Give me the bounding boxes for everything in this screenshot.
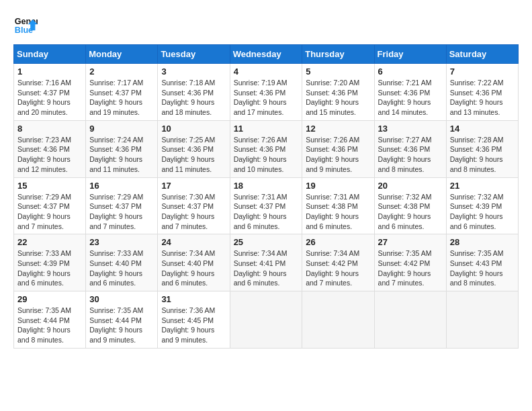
day-number: 28 — [450, 237, 515, 247]
day-number: 29 — [17, 294, 82, 304]
day-info: Sunrise: 7:34 AMSunset: 4:40 PMDaylight:… — [161, 248, 226, 288]
day-cell-2: 2Sunrise: 7:17 AMSunset: 4:37 PMDaylight… — [86, 64, 158, 121]
day-info: Sunrise: 7:35 AMSunset: 4:43 PMDaylight:… — [450, 248, 515, 288]
header-monday: Monday — [86, 45, 158, 64]
day-number: 9 — [89, 124, 154, 134]
day-number: 2 — [89, 66, 154, 77]
day-cell-29: 29Sunrise: 7:35 AMSunset: 4:44 PMDayligh… — [14, 291, 86, 349]
day-info: Sunrise: 7:35 AMSunset: 4:42 PMDaylight:… — [378, 248, 443, 288]
header-sunday: Sunday — [14, 45, 86, 64]
day-cell-17: 17Sunrise: 7:30 AMSunset: 4:37 PMDayligh… — [158, 177, 230, 234]
day-number: 23 — [89, 237, 154, 247]
day-info: Sunrise: 7:34 AMSunset: 4:42 PMDaylight:… — [306, 248, 370, 288]
svg-text:Blue: Blue — [15, 26, 33, 35]
day-number: 4 — [234, 66, 299, 77]
day-cell-28: 28Sunrise: 7:35 AMSunset: 4:43 PMDayligh… — [446, 234, 518, 291]
day-info: Sunrise: 7:31 AMSunset: 4:38 PMDaylight:… — [306, 192, 370, 232]
day-cell-26: 26Sunrise: 7:34 AMSunset: 4:42 PMDayligh… — [302, 234, 374, 291]
day-number: 25 — [234, 237, 299, 247]
day-info: Sunrise: 7:32 AMSunset: 4:39 PMDaylight:… — [450, 192, 515, 232]
header-friday: Friday — [374, 45, 446, 64]
day-number: 13 — [378, 124, 443, 134]
day-info: Sunrise: 7:16 AMSunset: 4:37 PMDaylight:… — [17, 78, 82, 118]
day-cell-19: 19Sunrise: 7:31 AMSunset: 4:38 PMDayligh… — [302, 177, 374, 234]
day-cell-3: 3Sunrise: 7:18 AMSunset: 4:36 PMDaylight… — [158, 64, 230, 121]
day-cell-22: 22Sunrise: 7:33 AMSunset: 4:39 PMDayligh… — [14, 234, 86, 291]
day-info: Sunrise: 7:25 AMSunset: 4:36 PMDaylight:… — [161, 135, 226, 175]
header-wednesday: Wednesday — [230, 45, 302, 64]
day-info: Sunrise: 7:29 AMSunset: 4:37 PMDaylight:… — [89, 192, 154, 232]
day-cell-30: 30Sunrise: 7:35 AMSunset: 4:44 PMDayligh… — [86, 291, 158, 349]
day-cell-12: 12Sunrise: 7:26 AMSunset: 4:36 PMDayligh… — [302, 120, 374, 177]
day-number: 21 — [450, 181, 515, 191]
day-cell-6: 6Sunrise: 7:21 AMSunset: 4:36 PMDaylight… — [374, 64, 446, 121]
day-cell-15: 15Sunrise: 7:29 AMSunset: 4:37 PMDayligh… — [14, 177, 86, 234]
day-number: 20 — [378, 181, 443, 191]
day-info: Sunrise: 7:36 AMSunset: 4:45 PMDaylight:… — [161, 306, 226, 345]
empty-cell — [446, 291, 518, 349]
day-info: Sunrise: 7:26 AMSunset: 4:36 PMDaylight:… — [234, 135, 299, 175]
week-row-4: 22Sunrise: 7:33 AMSunset: 4:39 PMDayligh… — [14, 234, 519, 291]
day-info: Sunrise: 7:21 AMSunset: 4:36 PMDaylight:… — [378, 78, 443, 118]
day-info: Sunrise: 7:23 AMSunset: 4:36 PMDaylight:… — [17, 135, 82, 175]
day-number: 31 — [161, 294, 226, 304]
empty-cell — [302, 291, 374, 349]
day-number: 15 — [17, 181, 82, 191]
day-cell-25: 25Sunrise: 7:34 AMSunset: 4:41 PMDayligh… — [230, 234, 302, 291]
day-number: 11 — [234, 124, 299, 134]
day-cell-5: 5Sunrise: 7:20 AMSunset: 4:36 PMDaylight… — [302, 64, 374, 121]
day-info: Sunrise: 7:19 AMSunset: 4:36 PMDaylight:… — [234, 78, 299, 118]
day-cell-18: 18Sunrise: 7:31 AMSunset: 4:37 PMDayligh… — [230, 177, 302, 234]
day-info: Sunrise: 7:27 AMSunset: 4:36 PMDaylight:… — [378, 135, 443, 175]
day-info: Sunrise: 7:35 AMSunset: 4:44 PMDaylight:… — [17, 306, 82, 345]
day-number: 17 — [161, 181, 226, 191]
calendar-header-row: SundayMondayTuesdayWednesdayThursdayFrid… — [14, 45, 519, 64]
day-number: 7 — [450, 66, 515, 77]
day-cell-7: 7Sunrise: 7:22 AMSunset: 4:36 PMDaylight… — [446, 64, 518, 121]
day-info: Sunrise: 7:33 AMSunset: 4:40 PMDaylight:… — [89, 248, 154, 288]
day-info: Sunrise: 7:18 AMSunset: 4:36 PMDaylight:… — [161, 78, 226, 118]
day-number: 1 — [17, 66, 82, 77]
day-number: 18 — [234, 181, 299, 191]
day-number: 30 — [89, 294, 154, 304]
empty-cell — [374, 291, 446, 349]
day-info: Sunrise: 7:26 AMSunset: 4:36 PMDaylight:… — [306, 135, 370, 175]
logo-icon: General Blue — [13, 13, 38, 38]
page-header: General Blue — [13, 13, 519, 38]
header-thursday: Thursday — [302, 45, 374, 64]
day-info: Sunrise: 7:33 AMSunset: 4:39 PMDaylight:… — [17, 248, 82, 288]
calendar-table: SundayMondayTuesdayWednesdayThursdayFrid… — [13, 44, 519, 349]
day-info: Sunrise: 7:29 AMSunset: 4:37 PMDaylight:… — [17, 192, 82, 232]
day-number: 24 — [161, 237, 226, 247]
week-row-1: 1Sunrise: 7:16 AMSunset: 4:37 PMDaylight… — [14, 64, 519, 121]
day-cell-9: 9Sunrise: 7:24 AMSunset: 4:36 PMDaylight… — [86, 120, 158, 177]
day-cell-14: 14Sunrise: 7:28 AMSunset: 4:36 PMDayligh… — [446, 120, 518, 177]
day-info: Sunrise: 7:17 AMSunset: 4:37 PMDaylight:… — [89, 78, 154, 118]
day-cell-13: 13Sunrise: 7:27 AMSunset: 4:36 PMDayligh… — [374, 120, 446, 177]
week-row-3: 15Sunrise: 7:29 AMSunset: 4:37 PMDayligh… — [14, 177, 519, 234]
day-number: 5 — [306, 66, 370, 77]
header-saturday: Saturday — [446, 45, 518, 64]
day-info: Sunrise: 7:31 AMSunset: 4:37 PMDaylight:… — [234, 192, 299, 232]
day-number: 19 — [306, 181, 370, 191]
day-number: 27 — [378, 237, 443, 247]
day-number: 26 — [306, 237, 370, 247]
day-info: Sunrise: 7:28 AMSunset: 4:36 PMDaylight:… — [450, 135, 515, 175]
logo: General Blue — [13, 13, 40, 38]
day-info: Sunrise: 7:35 AMSunset: 4:44 PMDaylight:… — [89, 306, 154, 345]
day-info: Sunrise: 7:24 AMSunset: 4:36 PMDaylight:… — [89, 135, 154, 175]
day-info: Sunrise: 7:20 AMSunset: 4:36 PMDaylight:… — [306, 78, 370, 118]
day-number: 16 — [89, 181, 154, 191]
day-info: Sunrise: 7:34 AMSunset: 4:41 PMDaylight:… — [234, 248, 299, 288]
day-cell-20: 20Sunrise: 7:32 AMSunset: 4:38 PMDayligh… — [374, 177, 446, 234]
day-number: 3 — [161, 66, 226, 77]
day-info: Sunrise: 7:30 AMSunset: 4:37 PMDaylight:… — [161, 192, 226, 232]
day-cell-24: 24Sunrise: 7:34 AMSunset: 4:40 PMDayligh… — [158, 234, 230, 291]
day-cell-11: 11Sunrise: 7:26 AMSunset: 4:36 PMDayligh… — [230, 120, 302, 177]
empty-cell — [230, 291, 302, 349]
week-row-5: 29Sunrise: 7:35 AMSunset: 4:44 PMDayligh… — [14, 291, 519, 349]
day-cell-27: 27Sunrise: 7:35 AMSunset: 4:42 PMDayligh… — [374, 234, 446, 291]
day-cell-4: 4Sunrise: 7:19 AMSunset: 4:36 PMDaylight… — [230, 64, 302, 121]
day-number: 22 — [17, 237, 82, 247]
day-cell-23: 23Sunrise: 7:33 AMSunset: 4:40 PMDayligh… — [86, 234, 158, 291]
